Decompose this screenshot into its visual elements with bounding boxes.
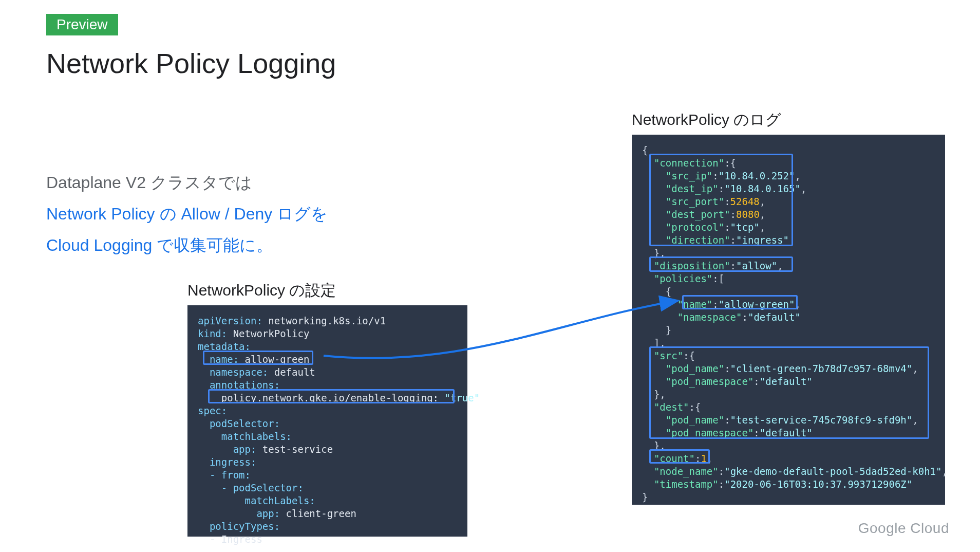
logo-google: Google [858, 520, 906, 536]
yaml-kind: NetworkPolicy [233, 328, 310, 339]
yaml-logging-key: policy.network.gke.io/enable-logging: [221, 392, 439, 403]
log-dest-pod: test-service-745c798fc9-sfd9h [736, 414, 907, 426]
yaml-podselector-label: podSelector: [210, 418, 280, 429]
log-disposition: allow [742, 260, 771, 271]
yaml-annotations-label: annotations: [210, 379, 280, 391]
yaml-heading: NetworkPolicy の設定 [187, 280, 467, 301]
log-dest-port: 8080 [736, 209, 760, 220]
log-protocol: tcp [736, 222, 753, 233]
yaml-code: apiVersion: networking.k8s.io/v1 kind: N… [187, 305, 467, 537]
yaml-podselector2: - podSelector: [221, 482, 304, 493]
log-dest-ip: 10.84.0.165 [730, 183, 795, 194]
yaml-app-val-1: test-service [262, 444, 333, 455]
yaml-spec-label: spec: [198, 405, 227, 416]
log-direction: ingress [742, 234, 783, 246]
yaml-matchlabels-label: matchLabels: [221, 431, 292, 442]
yaml-from-label: - from: [210, 469, 251, 481]
preview-badge: Preview [46, 14, 118, 35]
yaml-app-key-2: app: [256, 508, 280, 519]
log-src-pod: client-green-7b78d7c957-68mv4 [736, 363, 907, 374]
desc-line-3: Cloud Logging で収集可能に。 [46, 230, 328, 261]
log-policy-ns: default [753, 311, 795, 323]
log-code: { "connection":{ "src_ip":"10.84.0.252",… [632, 135, 945, 505]
yaml-logging-val: "true" [444, 392, 480, 403]
desc-line-1: Dataplane V2 クラスタでは [46, 167, 328, 198]
log-src-pod-ns: default [765, 376, 806, 387]
yaml-matchlabels-label-2: matchLabels: [245, 495, 315, 506]
yaml-policytypes-val: - Ingress [210, 533, 262, 545]
log-node-name: gke-demo-default-pool-5dad52ed-k0h1 [730, 466, 936, 477]
yaml-name: allow-green [245, 354, 310, 365]
log-src-ip: 10.84.0.252 [724, 170, 789, 181]
yaml-namespace: default [274, 366, 315, 378]
yaml-app-val-2: client-green [286, 508, 356, 519]
yaml-metadata-label: metadata: [198, 341, 251, 352]
log-src-port: 52648 [730, 196, 760, 207]
log-heading: NetworkPolicy のログ [632, 109, 945, 131]
log-output-block: NetworkPolicy のログ { "connection":{ "src_… [632, 109, 945, 505]
google-cloud-logo: Google Cloud [858, 520, 949, 537]
description-block: Dataplane V2 クラスタでは Network Policy の All… [46, 167, 328, 261]
yaml-ingress-label: ingress: [210, 456, 257, 468]
yaml-apiversion: networking.k8s.io/v1 [268, 315, 386, 326]
page-title: Network Policy Logging [46, 47, 336, 79]
log-dest-pod-ns: default [765, 427, 806, 438]
log-policy-name: allow-green [724, 299, 789, 310]
log-count: 1 [701, 453, 706, 464]
logo-cloud: Cloud [906, 520, 949, 536]
desc-line-2: Network Policy の Allow / Deny ログを [46, 198, 328, 230]
yaml-config-block: NetworkPolicy の設定 apiVersion: networking… [187, 280, 467, 537]
yaml-policytypes-label: policyTypes: [210, 521, 280, 532]
yaml-app-key-1: app: [233, 444, 257, 455]
log-timestamp: 2020-06-16T03:10:37.993712906Z [730, 479, 907, 490]
